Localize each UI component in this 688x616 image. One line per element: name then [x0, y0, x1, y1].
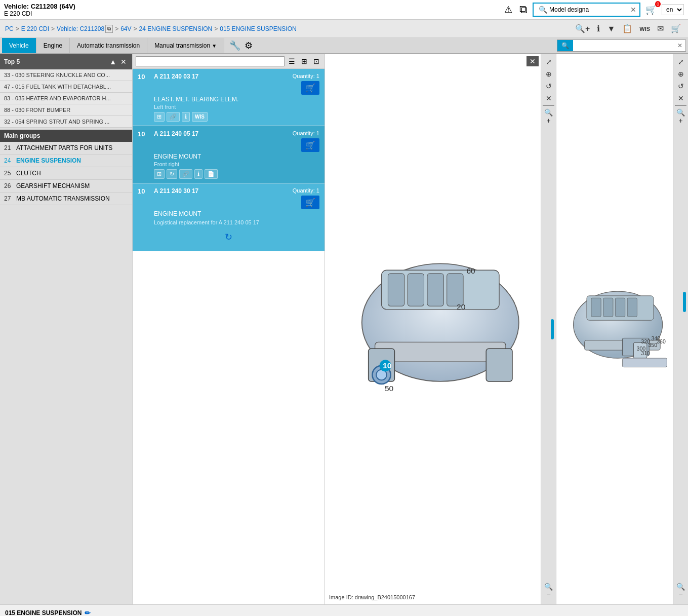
left-scroll: 33 - 030 STEERING KNUCKLE AND CO... 47 -…	[0, 69, 132, 604]
group-item-26[interactable]: 26 GEARSHIFT MECHANISM	[0, 180, 132, 192]
parts-list: 10 A 211 240 03 17 Quantity: 1 🛒 ELAST. …	[133, 69, 325, 604]
header-vehicle-info: Vehicle: C211208 (64V) E 220 CDI	[4, 3, 75, 17]
breadcrumb-vehicle: Vehicle: C211208 ⧉	[57, 25, 113, 33]
right-scroll-indicator[interactable]	[683, 292, 686, 312]
tab-tools: 🔧 ⚙	[228, 39, 254, 52]
tab-manual-transmission[interactable]: Manual transmission ▼	[147, 38, 224, 53]
expand-btn[interactable]: ⊡	[311, 56, 321, 66]
top5-close-btn[interactable]: ✕	[119, 57, 128, 66]
tab-tool-icon1[interactable]: 🔧	[228, 39, 241, 52]
img-zoom-out-btn[interactable]: 🔍−	[541, 581, 556, 600]
loading-spinner: ↻	[138, 227, 319, 247]
top5-item-3[interactable]: 88 - 030 FRONT BUMPER	[0, 104, 132, 116]
tab-search-clear[interactable]: ✕	[674, 40, 685, 51]
img-expand-btn[interactable]: ⤢	[544, 56, 553, 67]
right-expand-btn[interactable]: ⤢	[676, 56, 685, 67]
breadcrumb-64v[interactable]: 64V	[120, 25, 131, 32]
svg-rect-21	[627, 298, 637, 317]
part-num-2: 10	[138, 187, 150, 195]
main-image-panel: ✕	[325, 54, 556, 604]
breadcrumb-pc[interactable]: PC	[5, 25, 14, 32]
document-icon[interactable]: 📋	[620, 23, 634, 34]
img-crosshair-btn[interactable]: ⊕	[544, 68, 553, 80]
part-link-btn-1[interactable]: 🔗	[179, 169, 192, 179]
img-history-btn[interactable]: ↺	[544, 81, 553, 92]
bottom-header: 015 ENGINE SUSPENSION ✏	[5, 609, 683, 616]
part-info-btn-1[interactable]: ℹ	[194, 169, 203, 179]
part-link-btn-0[interactable]: 🔗	[167, 112, 180, 122]
part-wis-btn-0[interactable]: WIS	[192, 112, 208, 122]
tab-automatic-transmission[interactable]: Automatic transmission	[70, 38, 147, 53]
svg-rect-10	[486, 349, 512, 382]
group-item-27[interactable]: 27 MB AUTOMATIC TRANSMISSION	[0, 192, 132, 205]
svg-text:310: 310	[641, 350, 650, 356]
tab-engine[interactable]: Engine	[36, 38, 70, 53]
part-location-1: Front right	[154, 161, 319, 167]
warning-button[interactable]: ⚠	[502, 3, 514, 16]
svg-rect-5	[447, 274, 463, 306]
main-layout: Top 5 ▲ ✕ 33 - 030 STEERING KNUCKLE AND …	[0, 54, 688, 604]
tab-search-button[interactable]: 🔍	[557, 40, 573, 51]
info-icon[interactable]: ℹ	[595, 23, 602, 34]
right-history-btn[interactable]: ↺	[676, 81, 685, 92]
vehicle-copy-btn[interactable]: ⧉	[105, 25, 113, 33]
part-doc-btn-1[interactable]: 📄	[205, 169, 218, 179]
part-code-0: A 211 240 03 17	[154, 73, 289, 80]
top5-collapse-btn[interactable]: ▲	[108, 57, 118, 66]
svg-rect-25	[622, 358, 667, 367]
filter-icon[interactable]: ▼	[605, 23, 617, 34]
part-item-1: 10 A 211 240 05 17 Quantity: 1 🛒 ENGINE …	[133, 126, 325, 183]
language-select[interactable]: en de fr	[662, 4, 684, 15]
right-zoom-in-btn[interactable]: 🔍+	[673, 107, 688, 126]
img-close-btn[interactable]: ✕	[544, 93, 553, 104]
svg-rect-3	[408, 274, 424, 306]
group-item-25[interactable]: 25 CLUTCH	[0, 167, 132, 180]
part-refresh-btn-1[interactable]: ↻	[167, 169, 177, 179]
model-search-clear[interactable]: ✕	[630, 6, 636, 14]
copy-button[interactable]: ⧉	[517, 2, 530, 17]
breadcrumb-e220cdi[interactable]: E 220 CDI	[21, 25, 49, 32]
wis-icon[interactable]: WIS	[637, 23, 652, 34]
manual-dropdown-arrow: ▼	[212, 43, 217, 49]
tab-vehicle[interactable]: Vehicle	[2, 38, 36, 53]
tab-search-input[interactable]	[573, 40, 674, 51]
right-close-btn[interactable]: ✕	[676, 93, 685, 104]
right-image-area: 340 320 350 360 300 310	[556, 54, 688, 604]
group-item-21[interactable]: 21 ATTACHMENT PARTS FOR UNITS	[0, 142, 132, 155]
tab-tool-icon2[interactable]: ⚙	[244, 39, 254, 52]
breadcrumb-015[interactable]: 015 ENGINE SUSPENSION	[220, 25, 296, 32]
cart-btn-1[interactable]: 🛒	[301, 138, 319, 152]
vehicle-title: Vehicle: C211208 (64V)	[4, 3, 75, 10]
mail-icon[interactable]: ✉	[655, 23, 666, 34]
right-crosshair-btn[interactable]: ⊕	[676, 68, 685, 80]
grid-view-btn[interactable]: ⊞	[299, 56, 309, 66]
model-search-input[interactable]	[549, 6, 630, 13]
part-grid-btn-0[interactable]: ⊞	[154, 112, 165, 122]
parts-search-input[interactable]	[136, 56, 285, 66]
part-grid-btn-1[interactable]: ⊞	[154, 169, 165, 179]
breadcrumb: PC > E 220 CDI > Vehicle: C211208 ⧉ > 64…	[0, 20, 688, 38]
breadcrumb-engine-suspension[interactable]: 24 ENGINE SUSPENSION	[139, 25, 213, 32]
edit-icon[interactable]: ✏	[85, 609, 91, 616]
top5-item-4[interactable]: 32 - 054 SPRING STRUT AND SPRING ...	[0, 116, 132, 128]
img-zoom-in-btn[interactable]: 🔍+	[541, 107, 556, 126]
cart-btn-2[interactable]: 🛒	[301, 196, 319, 209]
part-code-1: A 211 240 05 17	[154, 130, 289, 137]
zoom-in-icon[interactable]: 🔍+	[573, 23, 592, 34]
list-view-btn[interactable]: ☰	[287, 56, 297, 66]
top5-header: Top 5 ▲ ✕	[0, 54, 132, 69]
part-header-2: 10 A 211 240 30 17 Quantity: 1 🛒	[138, 187, 319, 209]
group-item-24[interactable]: 24 ENGINE SUSPENSION	[0, 155, 132, 167]
cart-btn-0[interactable]: 🛒	[301, 81, 319, 95]
cart-nav-icon[interactable]: 🛒	[669, 23, 683, 34]
image-scroll-indicator[interactable]	[551, 319, 554, 339]
right-zoom-out-btn[interactable]: 🔍−	[673, 581, 688, 600]
model-search-button[interactable]: 🔍	[537, 5, 549, 15]
part-info-btn-0[interactable]: ℹ	[182, 112, 190, 122]
breadcrumb-vehicle-link[interactable]: Vehicle: C211208	[57, 25, 104, 32]
top5-item-1[interactable]: 47 - 015 FUEL TANK WITH DETACHABL...	[0, 81, 132, 93]
svg-text:360: 360	[657, 338, 666, 344]
top5-item-0[interactable]: 33 - 030 STEERING KNUCKLE AND CO...	[0, 69, 132, 81]
top5-item-2[interactable]: 83 - 035 HEATER AND EVAPORATOR H...	[0, 93, 132, 104]
tab-search-box: 🔍 ✕	[557, 40, 686, 52]
